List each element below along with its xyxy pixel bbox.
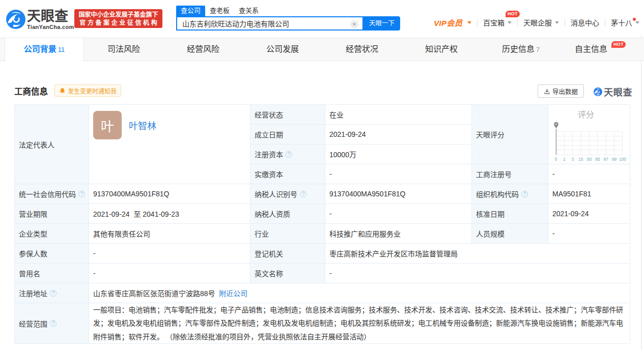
svg-text:评分: 评分 bbox=[578, 110, 594, 119]
svg-text:0: 0 bbox=[555, 157, 557, 162]
svg-text:1: 1 bbox=[563, 157, 566, 162]
svg-text:99: 99 bbox=[612, 157, 617, 162]
svg-text:3: 3 bbox=[571, 157, 574, 162]
svg-text:85: 85 bbox=[595, 157, 600, 162]
svg-text:100: 100 bbox=[619, 157, 626, 162]
svg-text:50: 50 bbox=[587, 157, 592, 162]
svg-text:97: 97 bbox=[604, 157, 609, 162]
svg-text:15: 15 bbox=[578, 157, 583, 162]
